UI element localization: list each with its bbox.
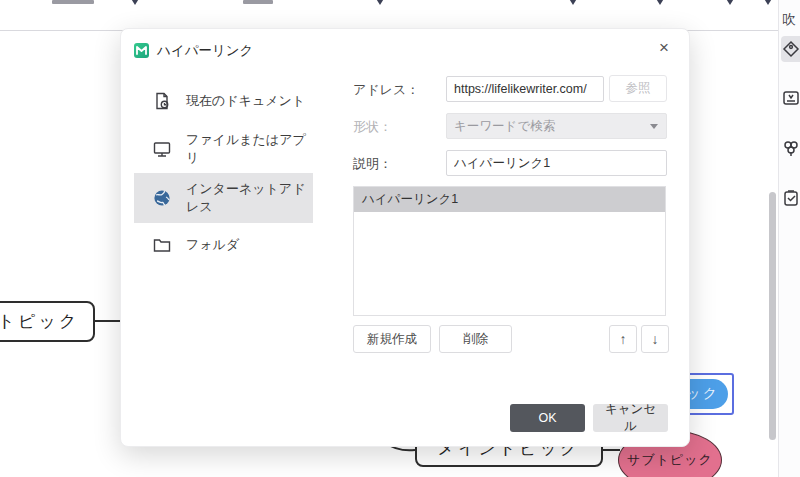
- close-icon[interactable]: ×: [659, 39, 669, 56]
- address-label: アドレス：: [353, 81, 419, 99]
- globe-icon: [152, 188, 172, 208]
- browse-button[interactable]: 参照: [609, 75, 667, 102]
- sidebar-item-label: ファイルまたはアプリ: [186, 131, 313, 167]
- hyperlink-dialog: ハイパーリンク × 現在のドキュメント ファイルまたはアプリ インターネットアド…: [120, 28, 690, 447]
- shape-label: 形状：: [353, 118, 392, 136]
- hyperlink-list[interactable]: ハイパーリンク1: [353, 186, 666, 316]
- shape-select-value: キーワードで検索: [454, 118, 555, 135]
- sidebar-item-folder[interactable]: フォルダ: [134, 220, 313, 270]
- sidebar-item-label: インターネットアドレス: [186, 180, 313, 216]
- description-input[interactable]: [446, 150, 667, 176]
- sidebar-item-label: フォルダ: [186, 236, 239, 254]
- folder-icon: [152, 235, 172, 255]
- move-down-button[interactable]: ↓: [641, 325, 669, 353]
- move-up-button[interactable]: ↑: [609, 325, 637, 353]
- sidebar-item-file-or-app[interactable]: ファイルまたはアプリ: [134, 124, 313, 174]
- shape-select[interactable]: キーワードで検索: [446, 113, 667, 139]
- chevron-down-icon: [650, 124, 658, 129]
- topic-node-left[interactable]: トピック: [0, 301, 95, 342]
- sidebar-item-internet-address[interactable]: インターネットアドレス: [134, 173, 313, 223]
- sidebar-item-current-document[interactable]: 現在のドキュメント: [134, 76, 313, 126]
- xmind-logo-icon: [134, 43, 149, 58]
- topic-label: トピック: [0, 310, 79, 333]
- list-item[interactable]: ハイパーリンク1: [354, 187, 665, 212]
- subtopic-label: サブトピック: [627, 451, 713, 469]
- document-history-icon: [152, 91, 172, 111]
- delete-button[interactable]: 削除: [439, 325, 512, 353]
- sidebar-item-label: 現在のドキュメント: [186, 92, 305, 110]
- ok-button[interactable]: OK: [510, 404, 585, 432]
- new-button[interactable]: 新規作成: [353, 325, 431, 353]
- cancel-button[interactable]: キャンセル: [593, 404, 668, 432]
- monitor-icon: [152, 139, 172, 159]
- address-input[interactable]: [446, 76, 604, 102]
- dialog-title: ハイパーリンク: [157, 42, 253, 60]
- description-label: 説明：: [353, 155, 392, 173]
